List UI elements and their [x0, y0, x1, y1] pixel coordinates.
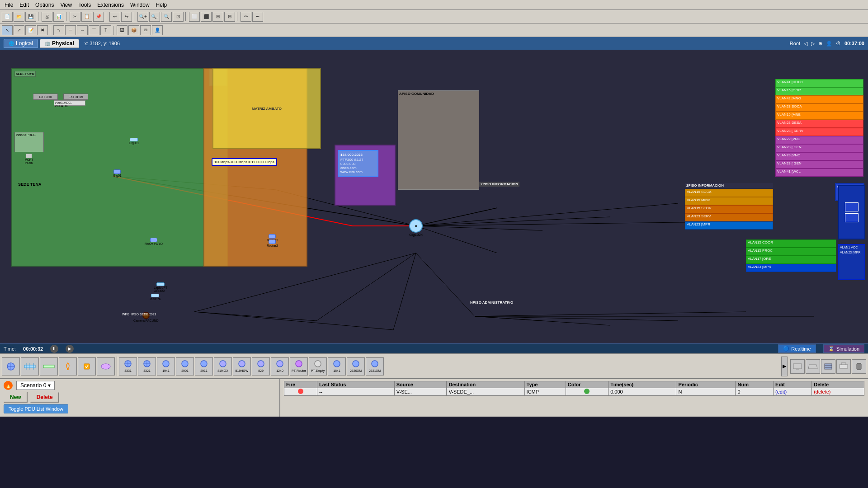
device-vlan-voip[interactable]: Vlan1-VOC-VOLATIG — [54, 100, 85, 106]
pdu-new-btn[interactable]: New — [4, 392, 28, 403]
curve-btn[interactable]: ⌒ — [89, 25, 99, 35]
switch-bottom2[interactable]: TablePC — [149, 294, 161, 300]
cut-btn[interactable]: ✂ — [70, 12, 80, 22]
workspace[interactable]: SEDE PUYO Vlan20 PREG MATRIZ AMBATO 134.… — [0, 50, 868, 343]
blue-device-cluster1[interactable] — [838, 185, 865, 239]
pointer-btn[interactable]: ↗ — [14, 25, 24, 35]
physical-tab[interactable]: 🏢 Physical — [40, 39, 79, 48]
zoom-reset-btn[interactable]: 🔍 — [161, 12, 172, 22]
pause-btn[interactable]: ⏸ — [50, 345, 58, 353]
row-edit-btn[interactable]: (edit) — [774, 388, 812, 396]
user-btn[interactable]: 👤 — [826, 41, 832, 47]
toggle-pdu-btn[interactable]: Toggle PDU List Window — [4, 404, 68, 413]
server-type-btn[interactable] — [821, 359, 835, 374]
text-btn[interactable]: T — [100, 25, 111, 35]
expand-toolbar-btn[interactable]: ▶ — [781, 357, 788, 376]
email-btn[interactable]: ✉ — [140, 25, 151, 35]
new-btn[interactable]: 📄 — [2, 12, 13, 22]
printer-type-btn[interactable] — [836, 359, 851, 374]
device-819IOX[interactable]: 819IOX — [214, 357, 232, 375]
device-ptempty[interactable]: PT-Empty — [309, 357, 327, 375]
router-type-btn[interactable] — [2, 357, 20, 375]
device-829[interactable]: 829 — [252, 357, 270, 375]
device-2901[interactable]: 2901 — [176, 357, 194, 375]
device-rpc1[interactable]: PCPTPC56 — [25, 154, 33, 164]
central-router[interactable]: ● Gig1024 — [409, 219, 423, 237]
resize-btn[interactable]: ⤡ — [53, 25, 64, 35]
device-ext310[interactable]: EXT 3H0 — [33, 94, 58, 100]
save-btn[interactable]: 💾 — [25, 12, 36, 22]
device-2621XM[interactable]: 2621XM — [366, 357, 384, 375]
custom1-btn[interactable]: ⬜ — [189, 12, 200, 22]
menu-options[interactable]: Options — [33, 1, 57, 9]
device-2911[interactable]: 2911 — [195, 357, 213, 375]
custom2-btn[interactable]: ⬛ — [201, 12, 212, 22]
draw2-btn[interactable]: ✒ — [252, 12, 263, 22]
device-1941[interactable]: 1941 — [157, 357, 175, 375]
select-btn[interactable]: ↖ — [2, 25, 13, 35]
zoom-out-btn[interactable]: 🔍- — [149, 12, 160, 22]
security-type-btn[interactable] — [78, 357, 96, 375]
redo-btn[interactable]: ↪ — [121, 12, 132, 22]
menu-file[interactable]: File — [2, 1, 16, 9]
router-bottom2[interactable]: Router2 — [267, 239, 278, 247]
delete-mode-btn[interactable]: ✖ — [37, 25, 48, 35]
pdu-delete-btn[interactable]: Delete — [30, 392, 59, 403]
wireless-type-btn[interactable] — [59, 357, 77, 375]
blue-device-cluster2[interactable]: VLAN1 VOC VLAN23 [MPR — [838, 244, 865, 280]
switch-bottom1[interactable]: LaptopPTGlida00 — [154, 282, 167, 292]
hub-type-btn[interactable] — [40, 357, 58, 375]
laptop-type-btn[interactable] — [806, 359, 820, 374]
menu-tools[interactable]: Tools — [75, 1, 94, 9]
play-btn[interactable]: ▶ — [66, 345, 74, 353]
router-puyo2[interactable]: RACv PUYO — [145, 238, 163, 245]
menu-edit[interactable]: Edit — [17, 1, 32, 9]
copy-btn[interactable]: 📋 — [81, 12, 92, 22]
fit-btn[interactable]: ⊡ — [173, 12, 184, 22]
device-ext2[interactable]: EXT 3H15 — [63, 94, 88, 100]
print-btn[interactable]: 🖨 — [42, 12, 52, 22]
realtime-btn[interactable]: 🔵 Realtime — [778, 344, 816, 353]
menu-window[interactable]: Window — [127, 1, 152, 9]
row-delete-btn[interactable]: (delete) — [812, 388, 864, 396]
menu-extensions[interactable]: Extensions — [94, 1, 127, 9]
line-btn[interactable]: ─ — [65, 25, 76, 35]
device-gig001[interactable]: Gig001 — [129, 138, 139, 145]
home-btn[interactable]: ⊕ — [818, 41, 822, 47]
scenario-select[interactable]: Scenario 0 ▾ — [16, 381, 55, 390]
pc-type-btn[interactable] — [790, 359, 805, 374]
row-fire-icon[interactable] — [284, 388, 317, 396]
simulation-btn[interactable]: ⌛ Simulation — [823, 344, 864, 353]
pdu-btn[interactable]: 📦 — [128, 25, 139, 35]
device-819HGW[interactable]: 819HGW — [233, 357, 251, 375]
device-1240[interactable]: 1240 — [271, 357, 289, 375]
custom4-btn[interactable]: ⊟ — [224, 12, 235, 22]
device-4331[interactable]: 4331 — [119, 357, 137, 375]
contact-btn[interactable]: 👤 — [152, 25, 163, 35]
zoom-in-btn[interactable]: 🔍+ — [137, 12, 148, 22]
draw1-btn[interactable]: ✏ — [241, 12, 251, 22]
back-btn[interactable]: ◁ — [804, 41, 807, 47]
menu-view[interactable]: View — [57, 1, 75, 9]
device-2620XM[interactable]: 2620XM — [347, 357, 365, 375]
wan-emu-btn[interactable] — [97, 357, 115, 375]
undo-btn[interactable]: ↩ — [109, 12, 120, 22]
device-1841[interactable]: 1841 — [328, 357, 346, 375]
note-btn[interactable]: 📝 — [25, 25, 36, 35]
pdu-row-0[interactable]: -- V-SE... V-SEDE_... ICMP 0.000 N 0 (ed… — [284, 388, 864, 396]
image-btn[interactable]: 🖼 — [117, 25, 127, 35]
wbg-device[interactable]: WFG_IPSO SEDE 2023 — [122, 313, 156, 316]
open-btn[interactable]: 📂 — [14, 12, 24, 22]
paste-btn[interactable]: 📌 — [93, 12, 104, 22]
device-ptrouter[interactable]: PT-Router — [290, 357, 308, 375]
switch-type-btn[interactable] — [21, 357, 39, 375]
device-4321[interactable]: 4321 — [138, 357, 156, 375]
device-gig01[interactable]: Gig01 — [113, 169, 122, 177]
activity-btn[interactable]: 📊 — [53, 12, 64, 22]
menu-help[interactable]: Help — [153, 1, 170, 9]
logical-tab[interactable]: 🌐 Logical — [4, 39, 38, 48]
custom3-btn[interactable]: ⊞ — [212, 12, 223, 22]
phone-type-btn[interactable] — [852, 359, 866, 374]
arrow-btn[interactable]: → — [77, 25, 88, 35]
forward-btn[interactable]: ▷ — [811, 41, 815, 47]
